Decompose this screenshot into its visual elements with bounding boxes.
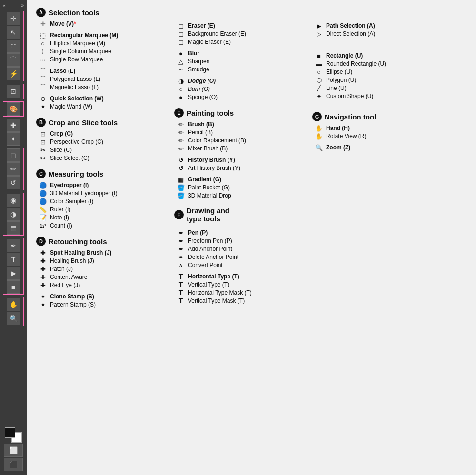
frame-btn[interactable]: ⬛ — [4, 458, 23, 471]
rectangle-label: Rectangle (U) — [326, 52, 363, 59]
tool-eyedropper: 🔵 Eyedropper (I) — [36, 181, 170, 189]
line-icon: ╱ — [314, 84, 324, 92]
dodge-tool[interactable]: ◑ — [7, 208, 20, 221]
badge-a: A — [36, 8, 46, 17]
custom-shape-icon: ✦ — [314, 92, 324, 100]
arrow-tool[interactable]: ↖ — [7, 26, 20, 39]
hand-tool[interactable]: ✋ — [7, 298, 20, 311]
badge-c: C — [36, 169, 46, 178]
brush-tool[interactable]: ✏ — [7, 162, 20, 176]
move-tool[interactable]: ✛ — [7, 12, 20, 25]
tool-group-drawing: ✒ T ▶ ■ — [3, 238, 24, 295]
vertical-type-label: Vertical Type (T) — [188, 281, 229, 288]
single-row-marquee-icon: ··· — [38, 56, 48, 63]
vertical-type-mask-icon: T — [176, 297, 186, 305]
tool-pen: ✒ Pen (P) — [174, 229, 308, 237]
color-replacement-icon: ✏ — [176, 137, 186, 144]
rounded-rectangle-icon: ▬ — [314, 60, 324, 68]
pen-icon: ✒ — [176, 229, 186, 237]
column-3: ▶ Path Selection (A) ▷ Direct Selection … — [312, 8, 450, 313]
add-anchor-label: Add Anchor Point — [188, 246, 232, 252]
art-history-brush-icon: ↺ — [176, 164, 186, 172]
tool-elliptical-marquee: ○ Elliptical Marquee (M) — [36, 40, 170, 47]
ellipse-icon: ○ — [314, 68, 324, 76]
shape-tool[interactable]: ■ — [7, 280, 20, 294]
rect-marquee-tool[interactable]: ⬚ — [7, 40, 20, 53]
history-brush-label: History Brush (Y) — [188, 157, 235, 163]
slice-select-icon: ✂ — [38, 154, 48, 162]
section-g-title-text: Navigation tool — [325, 113, 376, 121]
badge-f: F — [174, 210, 184, 219]
tool-color-replacement: ✏ Color Replacement (B) — [174, 137, 308, 144]
path-selection-tool[interactable]: ▶ — [7, 267, 20, 280]
crop-tool[interactable]: ⊡ — [7, 85, 20, 98]
perspective-crop-label: Perspective Crop (C) — [50, 139, 103, 145]
ellipse-label: Ellipse (U) — [326, 69, 352, 75]
lasso-tool[interactable]: ⌒ — [7, 53, 20, 67]
section-measuring: C Measuring tools 🔵 Eyedropper (I) 🔵 3D … — [36, 169, 174, 234]
clone-stamp-icon: ✦ — [38, 293, 48, 300]
magic-wand-label: Magic Wand (W) — [50, 103, 92, 110]
magic-wand-tool[interactable]: ⚡ — [7, 67, 20, 80]
horizontal-type-mask-label: Horizontal Type Mask (T) — [188, 289, 252, 296]
3d-eyedropper-icon: 🔵 — [38, 189, 48, 197]
tool-custom-shape: ✦ Custom Shape (U) — [312, 92, 446, 100]
tool-horizontal-type: T Horizontal Type (T) — [174, 273, 308, 280]
history-brush-tool[interactable]: ↺ — [7, 176, 20, 189]
eyedropper-icon: 🔵 — [38, 181, 48, 189]
line-label: Line (U) — [326, 85, 347, 91]
foreground-color[interactable] — [5, 427, 15, 438]
section-a-title-text: Selection tools — [49, 9, 99, 17]
badge-d: D — [36, 237, 46, 246]
quick-selection-label: Quick Selection (W) — [50, 95, 104, 102]
tool-single-col-marquee: ⁞ Single Column Marquee — [36, 48, 170, 55]
tool-burn: ○ Burn (O) — [174, 85, 308, 93]
eraser-tool[interactable]: ◻ — [7, 148, 20, 162]
dodge-label: Dodge (O) — [188, 78, 216, 84]
heal-tool[interactable]: ✚ — [7, 119, 20, 132]
crop-label: Crop (C) — [50, 130, 73, 137]
tool-group-selection: ✛ ↖ ⬚ ⌒ ⚡ — [3, 11, 24, 81]
main-content: A Selection tools ✛ Move (V) ⬚ Rectangul… — [27, 0, 476, 475]
tool-pattern-stamp: ✦ Pattern Stamp (S) — [36, 301, 170, 308]
tool-lasso: ⌒ Lasso (L) — [36, 67, 170, 75]
color-swatches[interactable] — [5, 427, 22, 443]
tool-delete-anchor: ✒ Delete Anchor Point — [174, 253, 308, 261]
quick-mask-btn[interactable]: ⬜ — [4, 444, 23, 457]
3d-material-drop-label: 3D Material Drop — [188, 192, 231, 199]
freeform-pen-icon: ✒ — [176, 237, 186, 245]
tool-paint-bucket: 🪣 Paint Bucket (G) — [174, 184, 308, 191]
elliptical-marquee-icon: ○ — [38, 40, 48, 47]
section-a-title: A Selection tools — [36, 8, 170, 17]
tool-magic-wand: ✦ Magic Wand (W) — [36, 103, 170, 110]
section-crop: B Crop and Slice tools ⊡ Crop (C) ⊡ Pers… — [36, 118, 174, 166]
section-g-title: G Navigation tool — [312, 112, 446, 121]
brush-icon: ✏ — [176, 120, 186, 128]
blur-tool[interactable]: ◉ — [7, 194, 20, 207]
color-replacement-label: Color Replacement (B) — [188, 137, 246, 144]
lasso-label: Lasso (L) — [50, 68, 75, 74]
zoom-tool[interactable]: 🔍 — [7, 312, 20, 325]
toolbar-collapse[interactable]: « — [3, 3, 6, 8]
pen-tool[interactable]: ✒ — [7, 239, 20, 252]
tool-magnetic-lasso: ⌒ Magnetic Lasso (L) — [36, 83, 170, 91]
text-tool[interactable]: T — [7, 253, 20, 266]
magic-wand-icon: ✦ — [38, 103, 48, 110]
pattern-stamp-label: Pattern Stamp (S) — [50, 301, 96, 308]
rotate-view-icon: ✋ — [314, 132, 324, 140]
tool-slice-select: ✂ Slice Select (C) — [36, 154, 170, 162]
stamp-tool[interactable]: ✦ — [7, 132, 20, 146]
eyedropper-tool[interactable]: 🎨 — [7, 102, 20, 116]
ruler-icon: 📏 — [38, 206, 48, 213]
tool-group-measuring: 🎨 — [3, 101, 24, 117]
tool-ellipse: ○ Ellipse (U) — [312, 68, 446, 76]
mixer-brush-label: Mixer Brush (B) — [188, 145, 228, 152]
mixer-brush-icon: ✏ — [176, 145, 186, 152]
sharpen-label: Sharpen — [188, 58, 209, 65]
toolbar-expand[interactable]: » — [21, 3, 24, 8]
gradient-tool[interactable]: ▦ — [7, 221, 20, 235]
convert-point-label: Convert Point — [188, 262, 223, 268]
eraser-icon: ◻ — [176, 22, 186, 30]
tool-convert-point: ∧ Convert Point — [174, 261, 308, 269]
magnetic-lasso-icon: ⌒ — [38, 83, 48, 91]
